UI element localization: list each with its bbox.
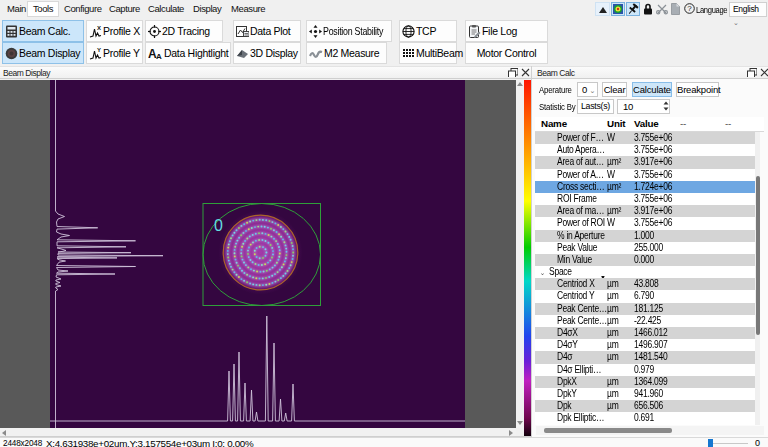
svg-text:A: A <box>156 52 162 60</box>
svg-text:0: 0 <box>214 217 223 234</box>
svg-text:X: X <box>97 25 101 31</box>
svg-text:?: ? <box>687 4 692 13</box>
svg-text:Y: Y <box>97 47 101 53</box>
